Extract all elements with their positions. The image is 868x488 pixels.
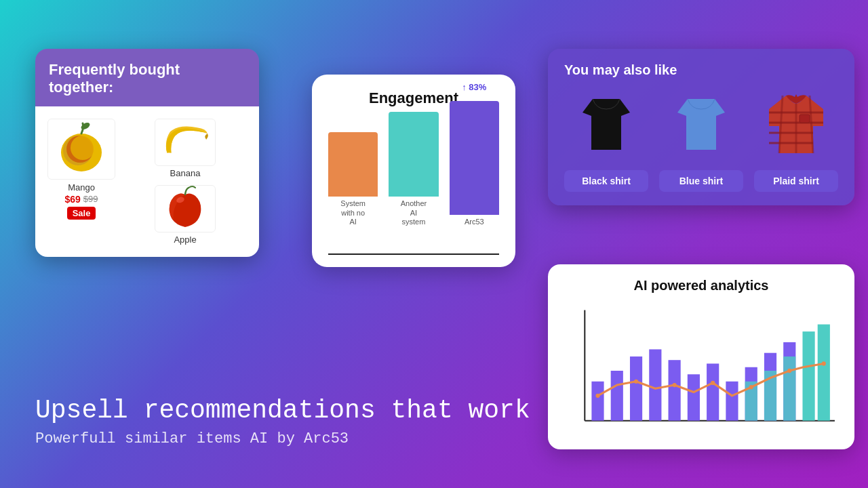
sale-badge: Sale [67, 207, 96, 220]
black-shirt-button[interactable]: Black shirt [564, 170, 648, 192]
fbt-banana-item: Banana [123, 119, 247, 178]
mango-label: Mango [68, 182, 95, 192]
bar-another-ai-fill [389, 112, 438, 197]
apple-label: Apple [174, 235, 196, 245]
bar-no-ai: Systemwith noAI [328, 132, 378, 226]
svg-rect-21 [688, 374, 700, 420]
svg-point-33 [634, 380, 638, 384]
sub-headline: Powerfull similar items AI by Arc53 [35, 430, 537, 447]
ymla-black-shirt: Black shirt [564, 89, 648, 192]
svg-rect-27 [802, 331, 814, 421]
svg-rect-17 [611, 371, 623, 421]
ymla-plaid-shirt: Plaid shirt [754, 89, 838, 192]
svg-rect-28 [818, 325, 830, 421]
engagement-chart: Systemwith noAI AnotherAIsystem ↑ 83% Ar… [328, 119, 499, 255]
plaid-shirt-image [759, 89, 833, 163]
original-price: $99 [83, 194, 98, 204]
svg-point-34 [673, 383, 677, 387]
bar-another-ai: AnotherAIsystem [389, 112, 438, 226]
blue-shirt-image [664, 89, 738, 163]
ymla-items: Black shirt Blue shirt [564, 89, 838, 192]
bar-arc53: ↑ 83% Arc53 [450, 101, 499, 226]
banana-image [155, 119, 216, 166]
fbt-side-items: Banana Apple [123, 119, 247, 245]
svg-point-32 [595, 394, 599, 398]
svg-rect-16 [591, 382, 604, 421]
svg-rect-13 [800, 115, 810, 123]
sale-price: $69 [64, 194, 80, 205]
svg-rect-31 [783, 357, 795, 421]
bottom-text-area: Upsell recommendations that work Powerfu… [35, 395, 537, 447]
fbt-main-item: Mango $69 $99 Sale [47, 119, 115, 245]
fbt-title: Frequently bought together: [49, 61, 245, 97]
svg-rect-19 [649, 349, 661, 420]
apple-image [155, 185, 216, 232]
svg-point-38 [822, 361, 826, 365]
svg-point-37 [787, 369, 791, 373]
fbt-card: Frequently bought together: Mango $69 $9… [35, 49, 259, 257]
fbt-body: Mango $69 $99 Sale Banana [35, 106, 259, 257]
svg-point-3 [71, 136, 95, 160]
mango-image [47, 119, 115, 180]
arrow-up-icon: ↑ [462, 82, 467, 92]
bar-arc53-fill: ↑ 83% [450, 101, 499, 215]
black-shirt-image [569, 89, 644, 163]
svg-point-36 [749, 385, 753, 389]
fbt-apple-item: Apple [123, 185, 247, 245]
analytics-card: AI powered analytics [548, 264, 854, 449]
ymla-card: You may also like Black shirt Blue shirt [548, 49, 854, 205]
bar-no-ai-label: Systemwith noAI [340, 199, 366, 226]
engagement-card: Engagement Systemwith noAI AnotherAIsyst… [312, 75, 515, 267]
bar-no-ai-fill [328, 132, 378, 197]
analytics-title: AI powered analytics [564, 278, 838, 293]
svg-rect-20 [669, 360, 681, 420]
ymla-title: You may also like [564, 62, 838, 78]
ymla-blue-shirt: Blue shirt [659, 89, 743, 192]
svg-rect-18 [630, 357, 642, 421]
svg-rect-23 [726, 382, 738, 421]
banana-label: Banana [170, 168, 201, 178]
plaid-shirt-button[interactable]: Plaid shirt [754, 170, 838, 192]
blue-shirt-button[interactable]: Blue shirt [659, 170, 743, 192]
bar-another-ai-label: AnotherAIsystem [401, 199, 427, 226]
bar-arc53-label: Arc53 [465, 218, 484, 226]
svg-point-4 [80, 122, 91, 131]
svg-point-35 [711, 381, 715, 385]
main-headline: Upsell recommendations that work [35, 395, 537, 426]
bar-annotation: ↑ 83% [462, 82, 486, 92]
fbt-header: Frequently bought together: [35, 49, 259, 106]
svg-rect-22 [707, 363, 719, 420]
analytics-chart [564, 303, 838, 439]
